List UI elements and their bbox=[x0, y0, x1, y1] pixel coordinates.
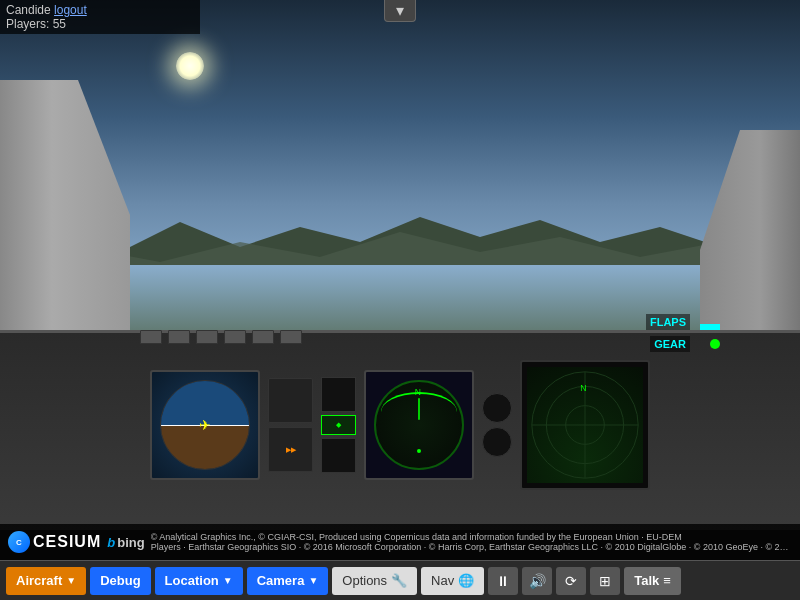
dial-2[interactable] bbox=[482, 427, 512, 457]
simulator-view: ✈ ▶▶ ◆ N bbox=[0, 0, 800, 530]
flaps-indicator bbox=[700, 324, 720, 330]
play-pause-button[interactable]: ⏸ bbox=[488, 567, 518, 595]
instrument-panel: ✈ ▶▶ ◆ N bbox=[0, 330, 800, 530]
cesium-logo: C CESIUM bbox=[8, 531, 101, 553]
panel-btn-6[interactable] bbox=[280, 330, 302, 344]
aircraft-label: Aircraft bbox=[16, 573, 62, 588]
right-small-instruments bbox=[482, 393, 512, 457]
pfd-display: ✈ bbox=[150, 370, 260, 480]
gear-label: GEAR bbox=[650, 336, 690, 352]
play-pause-icon: ⏸ bbox=[496, 573, 510, 589]
talk-button[interactable]: Talk ≡ bbox=[624, 567, 681, 595]
pfd-crosshair: ✈ bbox=[199, 417, 211, 433]
grid-button[interactable]: ⊞ bbox=[590, 567, 620, 595]
bing-logo: b bing bbox=[107, 535, 144, 550]
aircraft-button[interactable]: Aircraft ▼ bbox=[6, 567, 86, 595]
instruments-row: ✈ ▶▶ ◆ N bbox=[150, 350, 780, 500]
radar-display: N bbox=[520, 360, 650, 490]
cesium-text: CESIUM bbox=[33, 533, 101, 551]
panel-btn-5[interactable] bbox=[252, 330, 274, 344]
small-inst-2: ▶▶ bbox=[268, 427, 313, 472]
talk-label: Talk bbox=[634, 573, 659, 588]
aircraft-chevron: ▼ bbox=[66, 575, 76, 586]
panel-btn-3[interactable] bbox=[196, 330, 218, 344]
panel-top-row bbox=[140, 330, 730, 350]
gear-indicator bbox=[710, 339, 720, 349]
sun bbox=[176, 52, 204, 80]
inst-4: ◆ bbox=[321, 415, 356, 435]
nd-compass: N bbox=[374, 380, 464, 470]
volume-icon: 🔊 bbox=[529, 573, 546, 589]
logout-link[interactable]: logout bbox=[54, 3, 87, 17]
flaps-label: FLAPS bbox=[646, 314, 690, 330]
svg-text:N: N bbox=[580, 383, 586, 393]
top-bar: Candide logout Players: 55 bbox=[0, 0, 200, 34]
small-inst-1 bbox=[268, 378, 313, 423]
options-wrench-icon: 🔧 bbox=[391, 573, 407, 588]
location-label: Location bbox=[165, 573, 219, 588]
nd-display: N bbox=[364, 370, 474, 480]
inst-3 bbox=[321, 377, 356, 412]
options-button[interactable]: Options 🔧 bbox=[332, 567, 417, 595]
talk-lines-icon: ≡ bbox=[663, 573, 671, 588]
camera-label: Camera bbox=[257, 573, 305, 588]
bing-text: bing bbox=[117, 535, 144, 550]
copyright-bar: C CESIUM b bing © Analytical Graphics In… bbox=[0, 524, 800, 560]
collapse-button[interactable]: ▾ bbox=[384, 0, 416, 22]
camera-button[interactable]: Camera ▼ bbox=[247, 567, 329, 595]
panel-btn-4[interactable] bbox=[224, 330, 246, 344]
refresh-icon: ⟳ bbox=[565, 573, 577, 589]
copyright-line1: © Analytical Graphics Inc., © CGIAR-CSI,… bbox=[151, 532, 792, 542]
players-count: Players: 55 bbox=[6, 17, 66, 31]
nav-globe-icon: 🌐 bbox=[458, 573, 474, 588]
options-label: Options bbox=[342, 573, 387, 588]
location-button[interactable]: Location ▼ bbox=[155, 567, 243, 595]
debug-button[interactable]: Debug bbox=[90, 567, 150, 595]
small-instruments-cluster: ▶▶ bbox=[268, 378, 313, 472]
collapse-icon: ▾ bbox=[396, 1, 404, 20]
radar-inner: N bbox=[527, 367, 643, 483]
nav-button[interactable]: Nav 🌐 bbox=[421, 567, 484, 595]
camera-chevron: ▼ bbox=[308, 575, 318, 586]
pfd-horizon: ✈ bbox=[160, 380, 250, 470]
center-instruments: ◆ bbox=[321, 377, 356, 473]
location-chevron: ▼ bbox=[223, 575, 233, 586]
svg-text:N: N bbox=[415, 387, 421, 397]
grid-icon: ⊞ bbox=[599, 573, 611, 589]
copyright-text-container: © Analytical Graphics Inc., © CGIAR-CSI,… bbox=[151, 532, 792, 552]
cesium-icon: C bbox=[8, 531, 30, 553]
panel-btn-2[interactable] bbox=[168, 330, 190, 344]
bing-b-icon: b bbox=[107, 535, 115, 550]
nav-label: Nav bbox=[431, 573, 454, 588]
volume-button[interactable]: 🔊 bbox=[522, 567, 552, 595]
inst-5 bbox=[321, 438, 356, 473]
panel-btn-1[interactable] bbox=[140, 330, 162, 344]
refresh-button[interactable]: ⟳ bbox=[556, 567, 586, 595]
copyright-line2: Players · Earthstar Geographics SIO · © … bbox=[151, 542, 792, 552]
debug-label: Debug bbox=[100, 573, 140, 588]
username: Candide bbox=[6, 3, 51, 17]
dial-1[interactable] bbox=[482, 393, 512, 423]
bottom-toolbar: Aircraft ▼ Debug Location ▼ Camera ▼ Opt… bbox=[0, 560, 800, 600]
